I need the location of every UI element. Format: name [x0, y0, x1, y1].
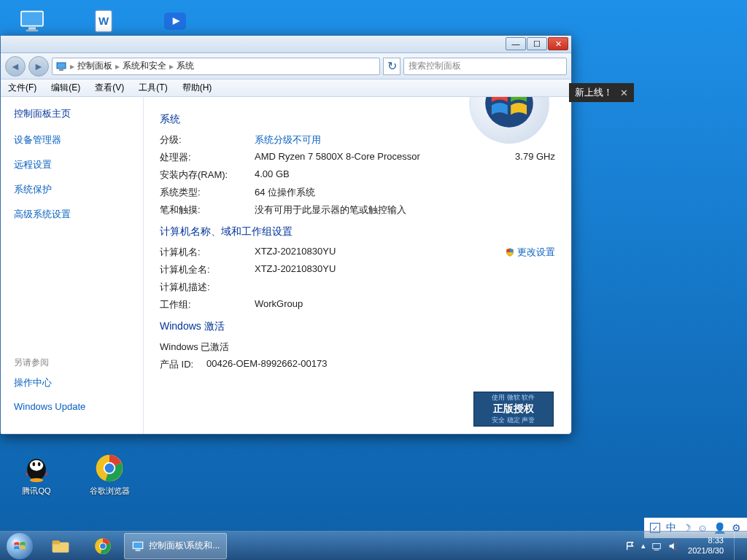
- network-icon[interactable]: [651, 541, 662, 551]
- computer-icon: [55, 61, 67, 72]
- pcfull-value: XTZJ-20210830YU: [255, 263, 555, 276]
- sidenav-windows-update[interactable]: Windows Update: [14, 401, 130, 412]
- svg-rect-2: [26, 30, 39, 32]
- menu-help[interactable]: 帮助(H): [175, 82, 220, 94]
- menu-bar: 文件(F) 编辑(E) 查看(V) 工具(T) 帮助(H): [1, 79, 571, 97]
- desktop-qq-icon[interactable]: 腾讯QQ: [15, 452, 58, 497]
- svg-rect-0: [21, 12, 43, 26]
- systype-label: 系统类型:: [160, 186, 255, 199]
- control-panel-window: — ☐ ✕ ◄ ► ▸ 控制面板 ▸ 系统和安全 ▸ 系统 ↻ 搜索控制面板 文…: [0, 35, 572, 435]
- desktop-media-icon[interactable]: [158, 4, 193, 39]
- start-button[interactable]: [0, 532, 39, 561]
- menu-tools[interactable]: 工具(T): [131, 82, 174, 94]
- touch-value: 没有可用于此显示器的笔或触控输入: [255, 203, 555, 217]
- activation-state: Windows 已激活: [160, 341, 229, 354]
- section-activation-heading: Windows 激活: [160, 320, 555, 333]
- change-settings-link[interactable]: 更改设置: [506, 246, 555, 259]
- pcfull-label: 计算机全名:: [160, 263, 255, 276]
- svg-rect-24: [136, 549, 141, 551]
- taskbar-task-label: 控制面板\系统和...: [149, 540, 220, 552]
- notification-toast: 新上线！ ✕: [569, 83, 634, 102]
- window-titlebar[interactable]: — ☐ ✕: [1, 36, 571, 53]
- shield-icon: [506, 248, 514, 257]
- pcdesc-value: [255, 281, 555, 294]
- sidenav-home[interactable]: 控制面板主页: [14, 107, 130, 120]
- windows-orb-icon: [12, 538, 28, 554]
- product-id-value: 00426-OEM-8992662-00173: [206, 358, 555, 371]
- menu-edit[interactable]: 编辑(E): [44, 82, 88, 94]
- desktop-qq-label: 腾讯QQ: [22, 486, 50, 497]
- taskbar: 控制面板\系统和... ▴ 8:33 2021/8/30: [0, 531, 747, 560]
- sidenav-action-center[interactable]: 操作中心: [14, 376, 130, 389]
- desktop-wps-icon[interactable]: W: [86, 4, 121, 39]
- workgroup-value: WorkGroup: [255, 298, 555, 311]
- cpu-speed: 3.79 GHz: [475, 151, 555, 164]
- systype-value: 64 位操作系统: [255, 186, 555, 199]
- desktop-chrome-icon[interactable]: 谷歌浏览器: [88, 452, 131, 497]
- ram-label: 安装内存(RAM):: [160, 168, 255, 182]
- system-tray: ▴ 8:33 2021/8/30: [622, 532, 747, 561]
- sidenav-system-protection[interactable]: 系统保护: [14, 183, 130, 196]
- svg-rect-19: [53, 540, 61, 544]
- ram-value: 4.00 GB: [255, 168, 555, 182]
- workgroup-label: 工作组:: [160, 298, 255, 311]
- refresh-button[interactable]: ↻: [383, 58, 400, 75]
- toast-text: 新上线！: [575, 86, 613, 99]
- menu-file[interactable]: 文件(F): [1, 82, 44, 94]
- side-nav: 控制面板主页 设备管理器 远程设置 系统保护 高级系统设置 另请参阅 操作中心 …: [1, 97, 144, 434]
- product-id-label: 产品 ID:: [160, 358, 206, 371]
- monitor-icon: [131, 540, 144, 553]
- nav-forward-button[interactable]: ►: [28, 56, 49, 77]
- svg-rect-16: [59, 69, 63, 71]
- pcname-label: 计算机名:: [160, 246, 255, 259]
- cpu-label: 处理器:: [160, 151, 255, 164]
- window-minimize-button[interactable]: —: [506, 37, 526, 50]
- tray-date: 2021/8/30: [688, 546, 724, 556]
- svg-rect-25: [653, 543, 661, 548]
- rating-link[interactable]: 系统分级不可用: [255, 134, 321, 145]
- breadcrumb-1[interactable]: 控制面板: [77, 60, 112, 72]
- rating-label: 分级:: [160, 133, 255, 147]
- sidenav-advanced-system[interactable]: 高级系统设置: [14, 208, 130, 221]
- touch-label: 笔和触摸:: [160, 203, 255, 217]
- pcdesc-label: 计算机描述:: [160, 281, 255, 294]
- flag-icon[interactable]: [625, 541, 635, 551]
- svg-text:W: W: [98, 15, 109, 27]
- breadcrumb-2[interactable]: 系统和安全: [123, 60, 166, 72]
- svg-rect-1: [28, 27, 36, 29]
- svg-rect-23: [133, 542, 143, 548]
- show-desktop-button[interactable]: [734, 532, 744, 561]
- genuine-badge: 使用 微软 软件 正版授权 安全 稳定 声誉: [473, 392, 554, 427]
- tray-clock[interactable]: 8:33 2021/8/30: [684, 536, 728, 555]
- volume-icon[interactable]: [667, 541, 678, 551]
- taskbar-chrome-icon[interactable]: [82, 533, 123, 559]
- svg-rect-15: [57, 63, 66, 69]
- address-bar[interactable]: ▸ 控制面板 ▸ 系统和安全 ▸ 系统: [52, 58, 380, 75]
- svg-point-22: [100, 543, 106, 549]
- svg-point-8: [30, 460, 43, 471]
- search-input[interactable]: 搜索控制面板: [403, 58, 567, 75]
- svg-point-10: [38, 462, 41, 467]
- sidenav-see-also-heading: 另请参阅: [14, 357, 130, 369]
- content-pane: 系统 分级:系统分级不可用 处理器:AMD Ryzen 7 5800X 8-Co…: [144, 97, 571, 434]
- desktop-monitor-icon[interactable]: [15, 4, 50, 39]
- svg-point-14: [105, 464, 115, 473]
- taskbar-control-panel-task[interactable]: 控制面板\系统和...: [124, 533, 227, 559]
- breadcrumb-3[interactable]: 系统: [177, 60, 194, 72]
- pcname-value: XTZJ-20210830YU: [255, 246, 475, 259]
- section-computer-heading: 计算机名称、域和工作组设置: [160, 225, 555, 238]
- sidenav-device-manager[interactable]: 设备管理器: [14, 133, 130, 147]
- tray-time: 8:33: [708, 536, 724, 545]
- window-maximize-button[interactable]: ☐: [527, 37, 547, 50]
- sidenav-remote-settings[interactable]: 远程设置: [14, 158, 130, 171]
- cpu-value: AMD Ryzen 7 5800X 8-Core Processor: [255, 151, 475, 164]
- tray-chevron-up-icon[interactable]: ▴: [641, 541, 646, 551]
- window-close-button[interactable]: ✕: [548, 37, 568, 50]
- svg-point-9: [33, 462, 36, 467]
- desktop-chrome-label: 谷歌浏览器: [90, 486, 130, 497]
- svg-point-11: [30, 478, 43, 483]
- taskbar-explorer-icon[interactable]: [40, 533, 81, 559]
- menu-view[interactable]: 查看(V): [88, 82, 131, 94]
- toast-close-icon[interactable]: ✕: [620, 88, 628, 98]
- nav-back-button[interactable]: ◄: [5, 56, 26, 77]
